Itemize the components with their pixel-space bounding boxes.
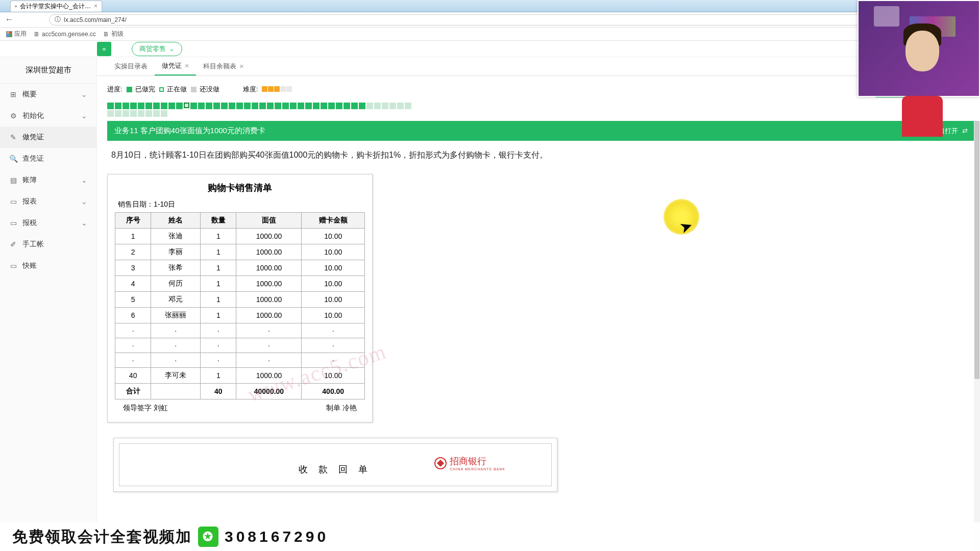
progress-cell[interactable] <box>321 103 327 109</box>
progress-cell[interactable] <box>107 103 114 109</box>
sidebar-item-初始化[interactable]: ⚙初始化⌄ <box>0 105 96 127</box>
webcam-video[interactable] <box>857 0 980 97</box>
progress-cell[interactable] <box>305 103 312 109</box>
sidebar-item-概要[interactable]: ⊞概要⌄ <box>0 84 96 105</box>
progress-cell[interactable] <box>184 103 189 108</box>
scrollbar[interactable] <box>974 121 980 551</box>
task-header: 业务11 客户团购40张面值为1000元的消费卡 新窗口打开 ⇄ <box>107 121 975 141</box>
progress-cell[interactable] <box>290 103 297 109</box>
progress-cell[interactable] <box>130 110 137 117</box>
progress-cell[interactable] <box>382 103 388 109</box>
sidebar-collapse-button[interactable]: « <box>97 42 111 56</box>
progress-cell[interactable] <box>366 103 373 109</box>
tab-label: 实操目录表 <box>114 62 148 71</box>
sidebar-label: 报表 <box>22 197 37 206</box>
app-header: « 商贸零售 ⌄ 张师师老师 (SVIP会员) <box>0 41 980 57</box>
site-info-icon[interactable]: ⓘ <box>55 15 61 24</box>
sidebar-icon: ▤ <box>9 176 17 184</box>
progress-cell[interactable] <box>282 103 289 109</box>
sidebar-item-手工帐[interactable]: ✐手工帐 <box>0 234 96 255</box>
progress-cell[interactable] <box>161 110 167 117</box>
progress-cell[interactable] <box>252 103 258 109</box>
progress-cell[interactable] <box>221 103 228 109</box>
table-row: 4何历11000.0010.00 <box>115 276 365 292</box>
table-cell: 1 <box>201 276 236 292</box>
content-tab[interactable]: 做凭证× <box>155 57 196 76</box>
progress-cell[interactable] <box>138 103 144 109</box>
sidebar-item-报税[interactable]: ▭报税⌄ <box>0 212 96 234</box>
progress-cell[interactable] <box>374 103 381 109</box>
legend-todo-icon <box>191 87 197 92</box>
sidebar-icon: ✎ <box>9 133 17 141</box>
progress-cell[interactable] <box>122 110 129 117</box>
progress-cell[interactable] <box>190 103 197 109</box>
table-cell: 10.00 <box>302 276 365 292</box>
progress-cell[interactable] <box>275 103 281 109</box>
progress-cell[interactable] <box>351 103 358 109</box>
progress-cell[interactable] <box>153 103 160 109</box>
progress-cell[interactable] <box>359 103 365 109</box>
apps-label: 应用 <box>14 30 27 38</box>
progress-cell[interactable] <box>328 103 335 109</box>
mode-dropdown[interactable]: 商贸零售 ⌄ <box>132 42 182 56</box>
sidebar-item-账簿[interactable]: ▤账簿⌄ <box>0 169 96 191</box>
table-cell: 1000.00 <box>236 260 302 276</box>
progress-cell[interactable] <box>267 103 274 109</box>
progress-cell[interactable] <box>130 103 137 109</box>
sidebar-label: 账簿 <box>22 176 37 185</box>
progress-cell[interactable] <box>229 103 235 109</box>
progress-cell[interactable] <box>206 103 212 109</box>
tab-favicon: ▫ <box>15 3 17 10</box>
progress-cell[interactable] <box>138 110 144 117</box>
progress-cell[interactable] <box>145 103 152 109</box>
progress-cell[interactable] <box>389 103 396 109</box>
sidebar-label: 初始化 <box>22 111 44 120</box>
table-cell: 李可未 <box>151 368 201 384</box>
progress-cell[interactable] <box>115 110 121 117</box>
progress-cell[interactable] <box>122 103 129 109</box>
sidebar-item-查凭证[interactable]: 🔍查凭证 <box>0 148 96 169</box>
progress-cell[interactable] <box>115 103 121 109</box>
table-cell: 1 <box>115 229 151 244</box>
progress-cell[interactable] <box>198 103 205 109</box>
progress-cell[interactable] <box>176 103 183 109</box>
progress-cell[interactable] <box>259 103 266 109</box>
progress-cell[interactable] <box>313 103 320 109</box>
progress-cell[interactable] <box>153 110 160 117</box>
progress-cell[interactable] <box>213 103 220 109</box>
browser-tab[interactable]: ▫ 会计学堂实操中心_会计… × <box>10 1 102 12</box>
progress-cell[interactable] <box>405 103 411 109</box>
sidebar-item-报表[interactable]: ▭报表⌄ <box>0 191 96 212</box>
sidebar-item-快账[interactable]: ▭快账 <box>0 255 96 277</box>
content-tab[interactable]: 科目余额表× <box>196 57 251 76</box>
sidebar-label: 报税 <box>22 218 37 228</box>
progress-cell[interactable] <box>145 110 152 117</box>
progress-cell[interactable] <box>244 103 251 109</box>
sidebar-item-做凭证[interactable]: ✎做凭证 <box>0 127 96 148</box>
address-bar[interactable]: ⓘ lx.acc5.com/main_274/ <box>49 14 976 26</box>
table-cell: 1000.00 <box>236 276 302 292</box>
progress-cell[interactable] <box>397 103 404 109</box>
progress-grid[interactable] <box>97 103 424 121</box>
progress-cell[interactable] <box>168 103 175 109</box>
apps-button[interactable]: 应用 <box>6 30 27 38</box>
table-cell: 10.00 <box>302 260 365 276</box>
tab-close-icon[interactable]: × <box>185 62 189 70</box>
bookmark-item[interactable]: 🗎acc5com.gensee.cc <box>34 31 96 38</box>
main-scroll[interactable]: 业务11 客户团购40张面值为1000元的消费卡 新窗口打开 ⇄ 8月10日，统… <box>97 121 980 551</box>
progress-cell[interactable] <box>107 110 114 117</box>
progress-cell[interactable] <box>344 103 350 109</box>
progress-cell[interactable] <box>336 103 342 109</box>
table-header: 序号 <box>115 213 151 229</box>
table-cell: 40 <box>115 368 151 384</box>
progress-cell[interactable] <box>298 103 304 109</box>
progress-cell[interactable] <box>161 103 167 109</box>
table-cell: · <box>236 338 302 353</box>
back-button[interactable]: ← <box>4 14 14 25</box>
table-cell: · <box>115 353 151 368</box>
content-tab[interactable]: 实操目录表 <box>107 57 155 76</box>
tab-close-icon[interactable]: × <box>239 62 243 70</box>
progress-cell[interactable] <box>236 103 243 109</box>
bookmark-item[interactable]: 🗎初级 <box>103 30 124 38</box>
tab-close-icon[interactable]: × <box>94 3 97 10</box>
